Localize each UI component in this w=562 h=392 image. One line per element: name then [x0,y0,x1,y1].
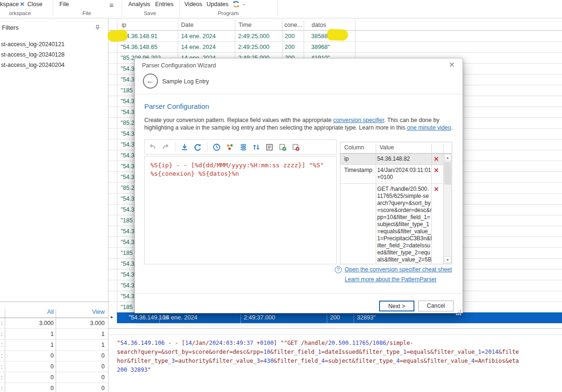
dialog-title: Parser Configuration Wizard [142,62,216,69]
stats-all-header[interactable]: All [5,309,54,315]
delete-field-icon[interactable]: ✕ [434,155,439,163]
resize-grip[interactable] [460,310,461,311]
undo-icon[interactable] [149,143,157,151]
sync-icon[interactable] [232,0,240,9]
stats-all-value: 1 [5,342,54,348]
stats-grid-line [56,329,56,339]
field-name: ip [344,155,375,162]
add-entry-icon[interactable] [279,143,287,151]
stats-view-value: 0 [56,352,105,359]
value-header: Value [380,144,394,151]
ribbon-separator [179,1,180,16]
refresh-icon[interactable] [194,143,202,151]
transform-icon[interactable] [252,143,260,151]
field-row[interactable]: Timestamp 14/Jan/2024:03:11:01 +0100 ✕ [340,165,444,184]
cell-ip-fragment: "54.3 [121,271,134,278]
stats-view-value: 1 [56,331,105,337]
stats-grid-line [5,361,5,372]
cell-datos: 32893" [357,314,376,321]
scrollbar[interactable]: ▲ ▼ [443,154,452,264]
scroll-up-icon[interactable]: ▲ [444,154,451,161]
dialog-close-icon[interactable]: ✕ [449,60,455,69]
levels-icon[interactable] [226,143,234,151]
grid-line [431,165,432,183]
stats-all-value: 3.000 [5,320,54,327]
list-menu-icon[interactable]: ≡ [109,1,114,9]
menu-file[interactable]: File [59,1,69,8]
scrollbar-thumb[interactable] [444,162,451,185]
description-text: Create your conversion pattern. Replace … [144,117,333,123]
cancel-button[interactable]: Cancel [418,301,454,311]
column-header-ip[interactable]: ip [122,22,126,28]
detail-line: search?query=&sort_by=score&order=desc&r… [117,348,562,357]
menu-updates[interactable]: Updates [207,1,229,8]
pattern-parser-link[interactable]: Learn more about the PatternParser [345,276,437,283]
dialog-heading: Parser Configuration [144,102,209,110]
cell-ip-fragment: "54.3 [121,174,134,180]
chevron-down-icon[interactable]: ⌄ [242,1,246,6]
cell-date: 14 ene. 2024 [181,33,216,40]
stats-all-value: 0 [5,363,54,370]
stats-all-value: 0 [5,352,54,359]
stats-label-fragment: : [1,363,2,370]
statistics-row: : 1 1 [0,329,108,340]
stats-label-fragment: : [1,320,2,327]
pattern-editor[interactable]: %S{ip} - - [%d{dd/MMM/yyyy:%H:mm:ss zzzz… [144,156,337,264]
toolbar-separator [207,142,207,152]
pane-splitter[interactable] [108,328,562,329]
field-value: GET /handle/20.500.11765/625/simple-sear… [377,186,432,264]
log-file-item[interactable]: st-access_log-20240204 [0,60,108,70]
menu-analysis[interactable]: Analysis [128,1,150,8]
redo-icon[interactable] [162,143,170,151]
cell-ip-fragment: "54.3 [121,152,134,159]
delete-field-icon[interactable]: ✕ [434,167,439,174]
timestamp-icon[interactable] [213,143,221,151]
log-file-item[interactable]: st-access_log-20240121 [0,39,108,49]
column-header-date[interactable]: Date [181,22,194,28]
delete-entry-icon[interactable] [292,143,300,151]
column-header-time[interactable]: Time [239,22,252,28]
cell-ip-fragment: "85.2 [121,185,134,191]
back-button[interactable]: ← [143,74,158,89]
detail-line: 200 32893" [117,366,562,375]
menu-videos[interactable]: Videos [184,1,202,8]
cell-cone: 200 [285,44,295,50]
selected-row[interactable]: ▸ "54.36.149.106 14 ene. 2024 2:49:37.00… [108,312,562,323]
fields-list-icon[interactable] [239,143,247,151]
column-header-datos[interactable]: datos [312,22,326,28]
cell-cone: 200 [330,314,340,321]
stats-label-fragment: : [1,352,2,359]
cell-date: 14 ene. 2024 [163,314,198,321]
one-minute-video-link[interactable]: one minute video [407,124,451,131]
statistics-row: : 0 0 [0,361,108,372]
menu-workspace[interactable]: kspace [0,1,19,8]
log-file-item[interactable]: st-access_log-20240128 [0,49,108,60]
delete-field-icon[interactable]: ✕ [434,186,439,193]
scroll-down-icon[interactable]: ▼ [444,256,451,263]
cell-ip-fragment: "54.3 [121,98,134,105]
menu-entries[interactable]: Entries [155,1,174,8]
field-row[interactable]: GET /handle/20.500.11765/625/simple-sear… [340,184,444,264]
conversion-pattern-text[interactable]: %S{ip} - - [%d{dd/MMM/yyyy:%H:mm:ss zzzz… [150,161,331,178]
ribbon-separator [122,1,122,16]
field-row[interactable]: ip 54.36.148.82 ✕ [340,154,444,165]
help-icon: ? [335,266,342,273]
close-workspace-icon[interactable]: ✕ [20,1,25,8]
pin-icon[interactable] [95,24,100,33]
column-header-cone[interactable]: cone... [284,22,302,28]
download-icon[interactable] [181,143,189,151]
stats-view-header[interactable]: View [56,309,105,315]
detail-line: "54.36.149.106 - - [14/Jan/2024:03:49:37… [117,339,562,348]
next-button[interactable]: Next > [379,301,414,311]
stats-grid-line [56,318,56,328]
detail-line: hor&filter_type_3=authority&filter_value… [117,357,562,366]
column-value-grid: Column Value ip 54.36.148.82 ✕ Timestamp… [340,142,452,264]
stats-view-value: 1 [56,342,105,348]
conversion-specifier-link[interactable]: conversion specifier [333,117,384,123]
stats-all-value: 0 [5,385,54,392]
menu-close[interactable]: Close [27,1,42,8]
table-row[interactable]: "54.36.148.65 14 ene. 2024 2:49:25.000 2… [108,42,562,53]
cheat-sheet-link[interactable]: Open the conversion specifier cheat shee… [345,266,452,273]
stats-grid-line [56,340,56,350]
note-icon[interactable] [265,143,273,151]
